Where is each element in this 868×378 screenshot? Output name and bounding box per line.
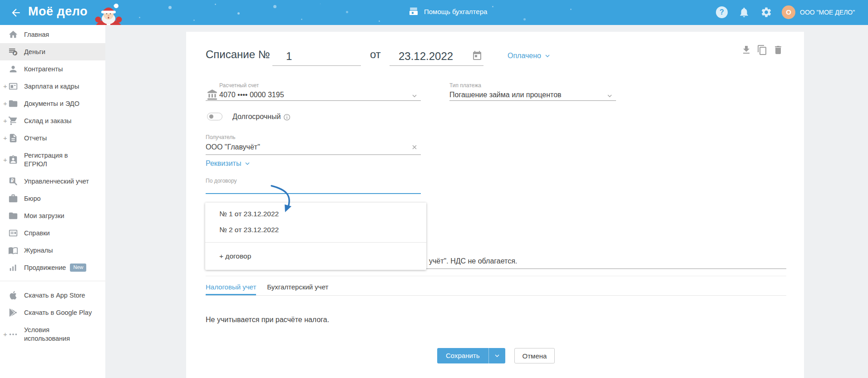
status-badge: Оплачено <box>508 52 541 60</box>
info-icon[interactable] <box>283 114 291 121</box>
certificates-icon <box>8 228 18 238</box>
sidebar-item-label: Бюро <box>24 194 41 203</box>
details-link-label: Реквизиты <box>206 159 241 168</box>
contract-option-2[interactable]: № 2 от 23.12.2022 <box>205 222 426 238</box>
save-button-label: Сохранить <box>437 348 488 363</box>
reports-icon <box>8 133 18 143</box>
svg-text:₽: ₽ <box>14 51 16 55</box>
expand-plus-icon[interactable] <box>3 117 7 125</box>
user-avatar[interactable]: O <box>782 5 795 19</box>
help-icon[interactable] <box>716 6 728 18</box>
tax-note-text: Не учитывается при расчёте налога. <box>206 316 329 324</box>
expand-plus-icon[interactable] <box>3 99 7 108</box>
sidebar-item-label: Отчеты <box>24 134 47 142</box>
chevron-down-icon[interactable] <box>411 92 418 99</box>
tab-tax-accounting[interactable]: Налоговый учет <box>206 283 256 295</box>
sidebar-item-usloviya[interactable]: Условия использования <box>0 321 105 347</box>
moe-delo-logo[interactable]: Моё дело <box>28 5 88 19</box>
settings-gear-icon[interactable] <box>760 6 772 18</box>
expand-plus-icon[interactable] <box>3 155 7 164</box>
toggle-knob <box>209 114 213 119</box>
sidebar-item-registratsiya[interactable]: Регистрация в ЕГРЮЛ <box>0 147 105 173</box>
clear-x-icon[interactable] <box>411 144 418 151</box>
sidebar-item-label: Справки <box>24 229 50 237</box>
sidebar-item-glavnaya[interactable]: Главная <box>0 26 105 43</box>
downloads-folder-icon <box>8 211 18 221</box>
document-date-field <box>390 46 483 66</box>
apple-icon <box>8 290 18 300</box>
account-field-value[interactable]: 4070 •••• 0000 3195 <box>219 91 284 99</box>
back-arrow-button[interactable] <box>10 7 22 19</box>
accountant-help-label: Помощь бухгалтера <box>424 8 487 15</box>
sidebar-item-app-store[interactable]: Скачать в App Store <box>0 287 105 304</box>
sidebar-item-kontragenty[interactable]: Контрагенты <box>0 60 105 78</box>
date-preposition: от <box>370 48 381 61</box>
trash-icon[interactable] <box>773 45 784 55</box>
sidebar-item-otchety[interactable]: Отчеты <box>0 129 105 147</box>
account-field-underline <box>206 100 421 101</box>
chevron-down-icon[interactable] <box>606 92 613 99</box>
sidebar-item-label: Склад и заказы <box>24 117 71 125</box>
sidebar-divider <box>0 281 105 281</box>
add-contract-option[interactable]: + договор <box>205 243 426 270</box>
bureau-icon <box>8 194 18 204</box>
salary-icon <box>8 81 18 91</box>
sidebar-item-label: Условия использования <box>24 326 79 342</box>
sidebar-item-prodvizhenie[interactable]: Продвижение New <box>0 259 105 276</box>
sidebar-item-zagruzki[interactable]: Мои загрузки <box>0 207 105 224</box>
long-term-toggle[interactable] <box>207 113 222 120</box>
copy-icon[interactable] <box>757 45 768 55</box>
expand-plus-icon[interactable] <box>3 330 7 338</box>
sidebar-item-dengi[interactable]: ₽ Деньги <box>0 43 105 60</box>
sidebar-item-label: Скачать в Google Play <box>24 308 92 317</box>
purpose-text-fragment: учёт". НДС не облагается. <box>429 257 517 265</box>
sidebar-item-label: Управленческий учет <box>24 177 89 185</box>
promotion-icon <box>8 263 18 273</box>
sidebar-item-dokumenty[interactable]: Документы и ЭДО <box>0 95 105 112</box>
details-expand-link[interactable]: Реквизиты <box>206 159 251 168</box>
status-dropdown[interactable]: Оплачено <box>508 52 551 60</box>
journals-icon <box>8 245 18 255</box>
registration-icon <box>8 155 18 165</box>
contract-input[interactable] <box>206 182 421 194</box>
document-date-input[interactable] <box>390 46 462 65</box>
company-name[interactable]: ООО "МОЕ ДЕЛО" <box>800 9 855 16</box>
svg-text:₽: ₽ <box>11 178 14 183</box>
accountant-help-button[interactable]: Помощь бухгалтера <box>408 6 487 17</box>
top-bar: Моё дело <box>0 0 868 25</box>
sidebar-item-spravki[interactable]: Справки <box>0 224 105 242</box>
santa-decoration-image <box>88 2 129 25</box>
calendar-icon[interactable] <box>472 50 483 61</box>
recipient-underline <box>206 154 421 155</box>
payment-type-underline <box>449 100 616 101</box>
home-icon <box>8 30 18 40</box>
payment-type-value[interactable]: Погашение займа или процентов <box>449 91 562 99</box>
expand-plus-icon[interactable] <box>3 82 7 91</box>
save-options-caret[interactable] <box>488 348 505 363</box>
save-button[interactable]: Сохранить <box>437 348 505 363</box>
sidebar-item-sklad[interactable]: Склад и заказы <box>0 112 105 129</box>
tab-bar: Налоговый учет Бухгалтерский учет <box>206 283 786 296</box>
recipient-value[interactable]: ООО "Главучёт" <box>206 143 260 151</box>
contacts-icon <box>8 64 18 74</box>
download-icon[interactable] <box>741 45 752 55</box>
sidebar-item-zarplata[interactable]: Зарплата и кадры <box>0 78 105 95</box>
cancel-button[interactable]: Отмена <box>514 348 555 363</box>
sidebar-item-byuro[interactable]: Бюро <box>0 190 105 207</box>
document-number-input[interactable] <box>272 46 361 66</box>
sidebar-item-label: Главная <box>24 30 49 39</box>
contract-option-1[interactable]: № 1 от 23.12.2022 <box>205 206 426 222</box>
long-term-label: Долгосрочный <box>232 113 281 121</box>
ellipsis-icon <box>8 329 18 339</box>
sidebar-item-upravlencheskiy[interactable]: ₽ Управленческий учет <box>0 173 105 190</box>
chevron-down-icon <box>493 352 501 359</box>
notifications-bell-icon[interactable] <box>738 6 750 18</box>
expand-plus-icon[interactable] <box>3 134 7 143</box>
tab-book-accounting[interactable]: Бухгалтерский учет <box>267 283 328 295</box>
new-badge: New <box>70 264 86 272</box>
sidebar-item-zhurnaly[interactable]: Журналы <box>0 242 105 259</box>
app-root: Моё дело <box>0 0 868 378</box>
money-icon: ₽ <box>8 47 18 57</box>
sidebar-item-google-play[interactable]: Скачать в Google Play <box>0 304 105 321</box>
sidebar-item-label: Скачать в App Store <box>24 291 85 299</box>
